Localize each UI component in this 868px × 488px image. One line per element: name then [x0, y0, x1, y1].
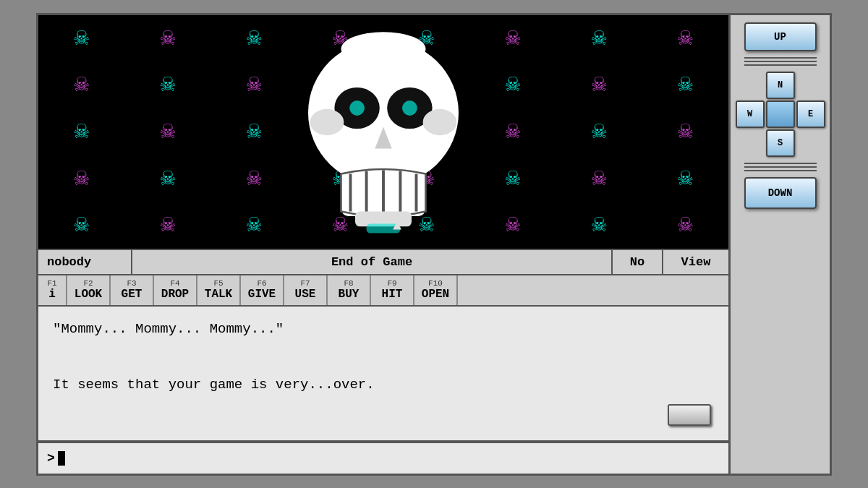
action-label: BUY: [339, 288, 359, 301]
skull-pattern-item: ☠: [38, 155, 124, 202]
skull-pattern-item: ☠: [642, 61, 728, 108]
skull-pattern-item: ☠: [211, 15, 297, 62]
fkey-label: F3: [127, 280, 136, 288]
action-label: DROP: [161, 288, 189, 301]
skull-pattern-item: ☠: [38, 202, 124, 249]
skull-pattern-item: ☠: [642, 15, 728, 62]
dpad-south[interactable]: S: [766, 129, 795, 157]
no-label: No: [613, 250, 663, 274]
svg-point-12: [310, 109, 344, 135]
skull-pattern-item: ☠: [211, 61, 297, 108]
dpad-east[interactable]: E: [796, 100, 825, 128]
dpad-north[interactable]: N: [766, 72, 795, 99]
dpad-empty-br: [796, 129, 825, 157]
skull-pattern-item: ☠: [469, 202, 556, 249]
scroll-button[interactable]: [668, 404, 711, 426]
skull-pattern-item: ☠: [124, 61, 210, 108]
skull-pattern-item: ☠: [469, 155, 556, 202]
skull-pattern-item: ☠: [469, 108, 556, 155]
skull-pattern-item: ☠: [642, 155, 728, 202]
text-area-wrapper: "Mommy... Mommy... Mommy..." It seems th…: [38, 307, 728, 442]
dpad-west[interactable]: W: [736, 100, 765, 128]
fkey-label: F9: [387, 280, 396, 288]
skull-pattern-item: ☠: [556, 155, 642, 202]
action-btn-open[interactable]: F10OPEN: [414, 275, 458, 305]
action-btn-talk[interactable]: F5TALK: [197, 275, 241, 305]
center-skull: [289, 23, 477, 240]
skull-pattern-item: ☠: [556, 202, 642, 249]
action-btn-give[interactable]: F6GIVE: [241, 275, 284, 305]
fkey-label: F6: [257, 280, 266, 288]
skull-pattern-item: ☠: [469, 61, 556, 108]
sidebar: UP N W E S: [728, 15, 830, 474]
down-button[interactable]: DOWN: [744, 177, 817, 209]
action-label: USE: [295, 288, 316, 301]
action-label: TALK: [205, 288, 232, 301]
text-line-3: It seems that your game is very...over.: [53, 374, 714, 395]
skull-pattern-item: ☠: [124, 108, 210, 155]
action-label: OPEN: [422, 288, 449, 301]
action-btn-look[interactable]: F2LOOK: [67, 275, 111, 305]
status-bar: nobody End of Game No View: [38, 249, 728, 275]
action-label: i: [48, 288, 56, 301]
action-btn-hit[interactable]: F9HIT: [371, 275, 414, 305]
skull-pattern-item: ☠: [211, 155, 297, 202]
skull-pattern-item: ☠: [211, 202, 297, 249]
action-btn-i[interactable]: F1i: [38, 275, 67, 305]
dpad: N W E S: [736, 72, 825, 157]
skull-pattern-item: ☠: [556, 108, 642, 155]
fkey-label: F7: [300, 280, 310, 288]
dpad-empty-bl: [736, 129, 765, 157]
player-name: nobody: [38, 250, 132, 274]
game-container: ☠☠☠☠☠☠☠☠☠☠☠☠☠☠☠☠☠☠☠☠☠☠☠☠☠☠☠☠☠☠☠☠☠☠☠☠☠☠☠☠: [36, 13, 832, 476]
action-label: GIVE: [248, 288, 276, 301]
skull-pattern-item: ☠: [124, 202, 210, 249]
action-bar: F1iF2LOOKF3GETF4DROPF5TALKF6GIVEF7USEF8B…: [38, 275, 728, 307]
dpad-empty-tr: [796, 72, 825, 99]
skull-pattern-item: ☠: [469, 15, 556, 62]
skull-pattern-item: ☠: [642, 108, 728, 155]
action-btn-get[interactable]: F3GET: [111, 275, 154, 305]
fkey-label: F8: [344, 280, 353, 288]
fkey-label: F1: [47, 280, 56, 288]
svg-point-5: [402, 100, 417, 116]
fkey-label: F2: [83, 280, 93, 288]
fkey-label: F10: [428, 280, 443, 288]
fkey-label: F4: [170, 280, 179, 288]
input-cursor: [58, 451, 65, 466]
game-title: End of Game: [132, 250, 613, 274]
skull-pattern-item: ☠: [124, 155, 210, 202]
skull-pattern-item: ☠: [38, 15, 124, 62]
view-label: View: [663, 250, 728, 274]
svg-point-13: [423, 109, 457, 135]
main-area: ☠☠☠☠☠☠☠☠☠☠☠☠☠☠☠☠☠☠☠☠☠☠☠☠☠☠☠☠☠☠☠☠☠☠☠☠☠☠☠☠: [38, 15, 728, 474]
scroll-btn-container: [53, 401, 714, 429]
skull-pattern-item: ☠: [642, 202, 728, 249]
action-label: GET: [122, 288, 142, 301]
skull-pattern-item: ☠: [38, 108, 124, 155]
text-line-2: [53, 346, 714, 368]
up-divider: [744, 57, 817, 66]
action-label: LOOK: [75, 288, 102, 301]
skull-pattern-item: ☠: [124, 15, 210, 62]
down-divider: [744, 163, 817, 171]
input-area[interactable]: >: [38, 442, 728, 473]
dpad-empty-tl: [736, 72, 765, 99]
skull-pattern-item: ☠: [211, 108, 297, 155]
text-area: "Mommy... Mommy... Mommy..." It seems th…: [38, 307, 728, 442]
skull-pattern-item: ☠: [38, 61, 124, 108]
skull-pattern-item: ☠: [556, 61, 642, 108]
action-btn-drop[interactable]: F4DROP: [154, 275, 197, 305]
game-scene: ☠☠☠☠☠☠☠☠☠☠☠☠☠☠☠☠☠☠☠☠☠☠☠☠☠☠☠☠☠☠☠☠☠☠☠☠☠☠☠☠: [38, 15, 728, 249]
action-btn-use[interactable]: F7USE: [284, 275, 328, 305]
skull-pattern-item: ☠: [556, 15, 642, 62]
action-btn-buy[interactable]: F8BUY: [328, 275, 371, 305]
text-line-1: "Mommy... Mommy... Mommy...": [53, 318, 714, 340]
svg-point-14: [341, 32, 426, 66]
action-label: HIT: [382, 288, 403, 301]
dpad-center[interactable]: [766, 100, 795, 128]
svg-rect-16: [367, 224, 401, 234]
svg-point-4: [349, 100, 365, 116]
up-button[interactable]: UP: [744, 22, 817, 51]
input-prompt: >: [47, 451, 55, 466]
